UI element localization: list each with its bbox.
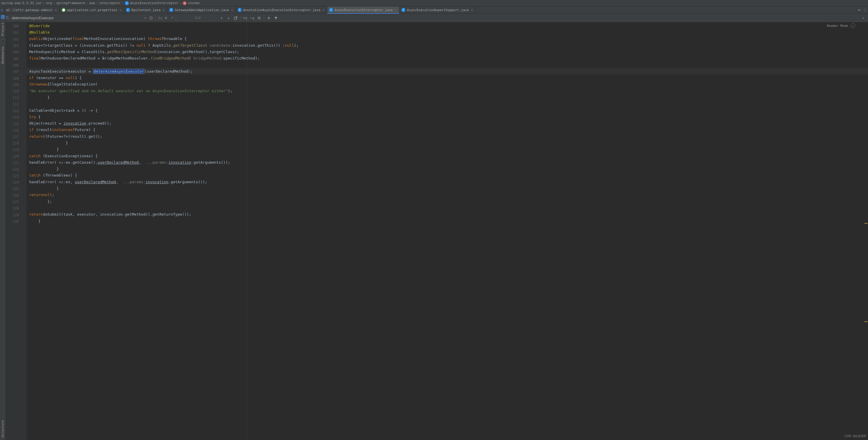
close-search-icon[interactable]: × [860, 15, 866, 21]
bookmarks-tool-tab[interactable]: Bookmarks [0, 44, 5, 66]
in-selection-icon[interactable]: ≡ [266, 15, 272, 21]
new-window-icon[interactable] [233, 15, 239, 21]
crumb-aop[interactable]: aop› [89, 1, 99, 5]
crumb-org[interactable]: org› [46, 1, 56, 5]
tab-label: application-sit.properties [67, 8, 117, 12]
select-all-icon[interactable]: ⧉ [256, 15, 262, 21]
tab-asyncexecutioninterceptor[interactable]: CAsyncExecutionInterceptor.java× [327, 6, 400, 13]
match-count: 1/2 [195, 16, 201, 20]
project-tool-tab[interactable]: Project [0, 20, 5, 38]
class-icon: C [125, 1, 129, 5]
editor[interactable]: Reader Mode 100 101 102 103 104 105 106 … [6, 23, 868, 440]
scroll-mark [865, 223, 867, 224]
close-icon[interactable]: × [119, 8, 122, 12]
tab-label: GatewayAdminApplication.java [175, 8, 229, 12]
search-input[interactable] [12, 16, 99, 20]
crumb-class[interactable]: CAsyncExecutionInterceptor› [125, 1, 183, 5]
svg-rect-3 [234, 17, 237, 20]
tab-annotationasync[interactable]: CAnnotationAsyncExecutionInterceptor.jav… [236, 6, 328, 13]
tab-gateway-admin[interactable]: ml (lefit-gateway-admin)× [5, 6, 60, 13]
close-icon[interactable]: × [470, 8, 474, 12]
properties-icon: ⬤ [62, 8, 66, 12]
regex-toggle[interactable]: .* [169, 16, 174, 20]
gutter[interactable]: 100 101 102 103 104 105 106 107 108 109 … [6, 23, 27, 440]
close-icon[interactable]: × [54, 8, 58, 12]
close-icon[interactable]: × [230, 8, 234, 12]
reload-icon: ↻ [1, 8, 3, 12]
tab-label: AsyncExecutionInterceptor.java [335, 8, 393, 12]
project-tool-icon[interactable] [1, 15, 5, 19]
structure-tool-tab[interactable]: Structure [0, 418, 5, 440]
breakpoint-icon[interactable] [23, 38, 25, 41]
filter-icon[interactable] [273, 15, 279, 21]
breadcrumb: spring-aop-5.3.31.jar› org› springframew… [0, 0, 868, 6]
search-icon [5, 16, 10, 21]
find-bar: × Cc W .* 1/2 ↑ ↓ +▯ −▯ ⧉ ≡ × [0, 14, 868, 23]
tab-label: RpcContext.java [131, 8, 160, 12]
tab-label: AnnotationAsyncExecutionInterceptor.java [243, 8, 320, 12]
scroll-mark [865, 321, 867, 322]
prev-match-icon[interactable]: ↑ [219, 15, 225, 21]
close-icon[interactable]: × [394, 8, 398, 12]
java-class-icon: C [169, 8, 173, 12]
tab-asyncexecutionaspectsupport[interactable]: CAsyncExecutionAspectSupport.java× [400, 6, 476, 13]
java-class-icon: C [329, 8, 333, 12]
tab-reload[interactable]: ↻ [0, 6, 5, 13]
java-class-icon: C [126, 8, 130, 12]
crumb-method[interactable]: minvoke [183, 1, 199, 5]
close-icon[interactable]: × [162, 8, 165, 12]
java-class-icon: C [401, 8, 405, 12]
method-icon: m [183, 1, 187, 5]
java-class-icon: C [238, 8, 242, 12]
history-icon[interactable] [148, 15, 154, 21]
tab-rpccontext[interactable]: CRpcContext.java× [124, 6, 167, 13]
breakpoint-icon[interactable] [23, 110, 25, 112]
svg-point-0 [6, 16, 8, 19]
tab-dropdown-icon[interactable] [857, 7, 862, 12]
tab-more-icon[interactable]: ⋮ [863, 7, 868, 12]
watermark: CSDN @简放视野 [844, 434, 866, 438]
bookmarks-tool-icon[interactable] [1, 39, 5, 43]
tab-label: ml (lefit-gateway-admin) [6, 8, 53, 12]
crumb-interceptor[interactable]: interceptor› [99, 1, 125, 5]
editor-tabs: ↻ ml (lefit-gateway-admin)× ⬤application… [0, 6, 868, 14]
tool-window-stripe-left: Project Bookmarks Structure [0, 14, 6, 440]
crumb-springframework[interactable]: springframework› [56, 1, 89, 5]
scrollbar[interactable] [864, 27, 868, 436]
words-toggle[interactable]: W [165, 16, 167, 20]
code-area[interactable]: @Override @Nullable public Object invoke… [27, 23, 868, 440]
tab-application-sit[interactable]: ⬤application-sit.properties× [60, 6, 124, 13]
match-case-toggle[interactable]: Cc [158, 16, 162, 20]
next-match-icon[interactable]: ↓ [226, 15, 231, 21]
clear-icon[interactable]: × [144, 16, 147, 20]
add-selection-icon[interactable]: +▯ [242, 15, 248, 21]
svg-line-1 [8, 18, 9, 19]
tab-label: AsyncExecutionAspectSupport.java [407, 8, 469, 12]
crumb-jar[interactable]: spring-aop-5.3.31.jar› [1, 1, 46, 5]
close-icon[interactable]: × [322, 8, 325, 12]
remove-selection-icon[interactable]: −▯ [249, 15, 255, 21]
tab-gatewayadminapplication[interactable]: CGatewayAdminApplication.java× [167, 6, 236, 13]
